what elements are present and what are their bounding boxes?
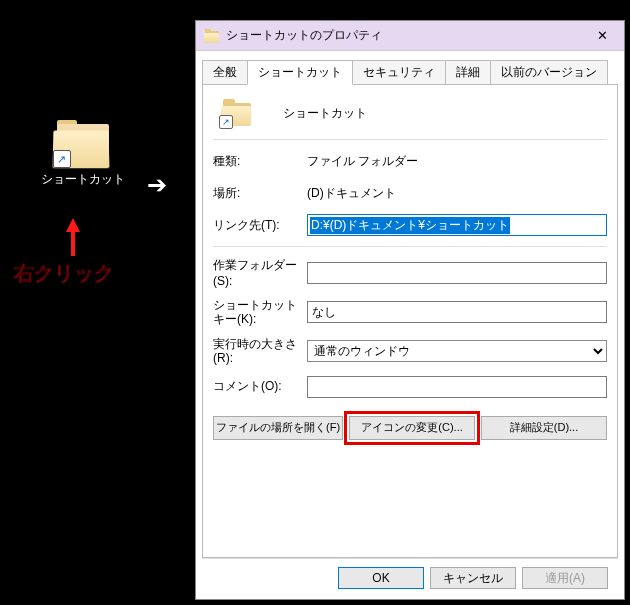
row-target: リンク先(T): D:¥(D)ドキュメント¥ショートカット xyxy=(213,214,607,236)
type-label: 種類: xyxy=(213,153,307,170)
row-run: 実行時の大きさ(R): 通常のウィンドウ xyxy=(213,337,607,366)
close-button[interactable]: ✕ xyxy=(580,21,624,51)
tab-panel: ↗ ショートカット 種類: ファイル フォルダー 場所: (D)ドキュメント リ… xyxy=(202,84,618,558)
annotation-arrow-right-icon: ➔ xyxy=(147,173,167,197)
open-file-location-button[interactable]: ファイルの場所を開く(F) xyxy=(213,416,343,440)
row-workdir: 作業フォルダー(S): xyxy=(213,257,607,288)
header-folder-icon: ↗ xyxy=(221,99,253,127)
location-value: (D)ドキュメント xyxy=(307,185,607,202)
folder-icon: ↗ xyxy=(53,120,113,168)
apply-button[interactable]: 適用(A) xyxy=(522,567,608,589)
action-buttons: ファイルの場所を開く(F) アイコンの変更(C)... 詳細設定(D)... xyxy=(213,416,607,440)
divider xyxy=(213,139,607,140)
desktop-shortcut[interactable]: ↗ ショートカット xyxy=(40,120,125,188)
ok-button[interactable]: OK xyxy=(338,567,424,589)
header-name: ショートカット xyxy=(283,105,367,122)
comment-label: コメント(O): xyxy=(213,378,307,395)
workdir-label: 作業フォルダー(S): xyxy=(213,257,307,288)
comment-input[interactable] xyxy=(307,376,607,398)
advanced-button[interactable]: 詳細設定(D)... xyxy=(481,416,607,440)
workdir-input[interactable] xyxy=(307,262,607,284)
annotation-right-click-label: 右クリック xyxy=(14,260,114,287)
run-select[interactable]: 通常のウィンドウ xyxy=(307,340,607,362)
titlebar[interactable]: ショートカットのプロパティ ✕ xyxy=(196,21,624,51)
type-value: ファイル フォルダー xyxy=(307,153,607,170)
titlebar-folder-icon xyxy=(204,28,220,44)
run-label: 実行時の大きさ(R): xyxy=(213,337,307,366)
close-icon: ✕ xyxy=(597,28,608,43)
shortcut-overlay-icon: ↗ xyxy=(53,150,71,168)
row-type: 種類: ファイル フォルダー xyxy=(213,150,607,172)
shortcut-overlay-icon: ↗ xyxy=(219,115,233,129)
desktop-shortcut-label: ショートカット xyxy=(40,171,125,188)
target-value: D:¥(D)ドキュメント¥ショートカット xyxy=(310,217,510,234)
dialog-footer: OK キャンセル 適用(A) xyxy=(202,558,618,599)
change-icon-button[interactable]: アイコンの変更(C)... xyxy=(349,416,475,440)
properties-dialog: ショートカットのプロパティ ✕ 全般 ショートカット セキュリティ 詳細 以前の… xyxy=(195,20,625,600)
tab-details[interactable]: 詳細 xyxy=(445,60,491,85)
row-shortcut-key: ショートカット キー(K): xyxy=(213,298,607,327)
tab-previous-versions[interactable]: 以前のバージョン xyxy=(490,60,608,85)
shortcut-key-label: ショートカット キー(K): xyxy=(213,298,307,327)
header-row: ↗ ショートカット xyxy=(213,99,607,127)
tab-general[interactable]: 全般 xyxy=(202,60,248,85)
cancel-button[interactable]: キャンセル xyxy=(430,567,516,589)
divider xyxy=(213,246,607,247)
dialog-title: ショートカットのプロパティ xyxy=(226,27,580,44)
tab-shortcut[interactable]: ショートカット xyxy=(247,60,353,85)
row-comment: コメント(O): xyxy=(213,376,607,398)
tab-security[interactable]: セキュリティ xyxy=(352,60,446,85)
shortcut-key-input[interactable] xyxy=(307,301,607,323)
location-label: 場所: xyxy=(213,185,307,202)
target-input[interactable]: D:¥(D)ドキュメント¥ショートカット xyxy=(307,214,607,236)
tab-strip: 全般 ショートカット セキュリティ 詳細 以前のバージョン xyxy=(196,51,624,84)
target-label: リンク先(T): xyxy=(213,217,307,234)
row-location: 場所: (D)ドキュメント xyxy=(213,182,607,204)
